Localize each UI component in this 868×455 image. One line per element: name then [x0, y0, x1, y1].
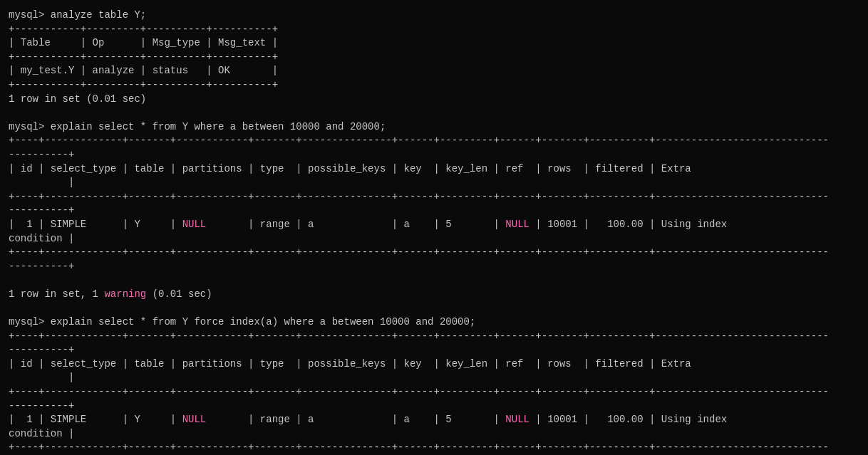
null1: NULL — [182, 219, 207, 230]
cmd3-line: mysql> explain select * from Y force ind… — [9, 315, 859, 330]
sep3a2-line: ----------+ — [9, 343, 859, 357]
cmd2-line: mysql> explain select * from Y where a b… — [9, 120, 859, 135]
null4: NULL — [505, 414, 529, 425]
blank2 — [9, 273, 859, 288]
hdr2b-line: | — [9, 176, 859, 190]
sep2b2-line: ----------+ — [9, 204, 859, 218]
sep2a-line: +----+-------------+-------+------------… — [9, 134, 859, 148]
row3b-line: condition | — [9, 427, 859, 441]
row2b-line: condition | — [9, 232, 859, 246]
sep2c2-line: ----------+ — [9, 260, 859, 274]
sep3b-line: +----+-------------+-------+------------… — [9, 385, 859, 399]
sep3b2-line: ----------+ — [9, 399, 859, 414]
row2a-line: | 1 | SIMPLE | Y | NULL | range | a | a … — [9, 218, 859, 232]
terminal-window: mysql> analyze table Y; +-----------+---… — [3, 6, 865, 455]
result1-line: 1 row in set (0.01 sec) — [9, 93, 859, 107]
hdr1-line: | Table | Op | Msg_type | Msg_text | — [9, 36, 859, 51]
hdr2a-line: | id | select_type | table | partitions … — [9, 162, 859, 177]
sep2b-line: +----+-------------+-------+------------… — [9, 190, 859, 204]
null3: NULL — [182, 414, 207, 425]
sep1c-line: +-----------+---------+----------+------… — [9, 78, 859, 93]
sep1b-line: +-----------+---------+----------+------… — [9, 51, 859, 65]
blank3 — [9, 301, 859, 315]
row1-line: | my_test.Y | analyze | status | OK | — [9, 64, 859, 78]
sep1a-line: +-----------+---------+----------+------… — [9, 23, 859, 37]
row3a-line: | 1 | SIMPLE | Y | NULL | range | a | a … — [9, 413, 859, 427]
hdr3a-line: | id | select_type | table | partitions … — [9, 357, 859, 372]
sep3a-line: +----+-------------+-------+------------… — [9, 330, 859, 344]
sep2c-line: +----+-------------+-------+------------… — [9, 246, 859, 260]
hdr3b-line: | — [9, 371, 859, 385]
sep2a2-line: ----------+ — [9, 148, 859, 162]
sep3c-line: +----+-------------+-------+------------… — [9, 441, 859, 455]
blank1 — [9, 106, 859, 120]
warning-text: warning — [104, 288, 146, 300]
null2: NULL — [505, 219, 529, 230]
cmd1-line: mysql> analyze table Y; — [9, 9, 859, 23]
result2-line: 1 row in set, 1 warning (0.01 sec) — [9, 288, 859, 302]
